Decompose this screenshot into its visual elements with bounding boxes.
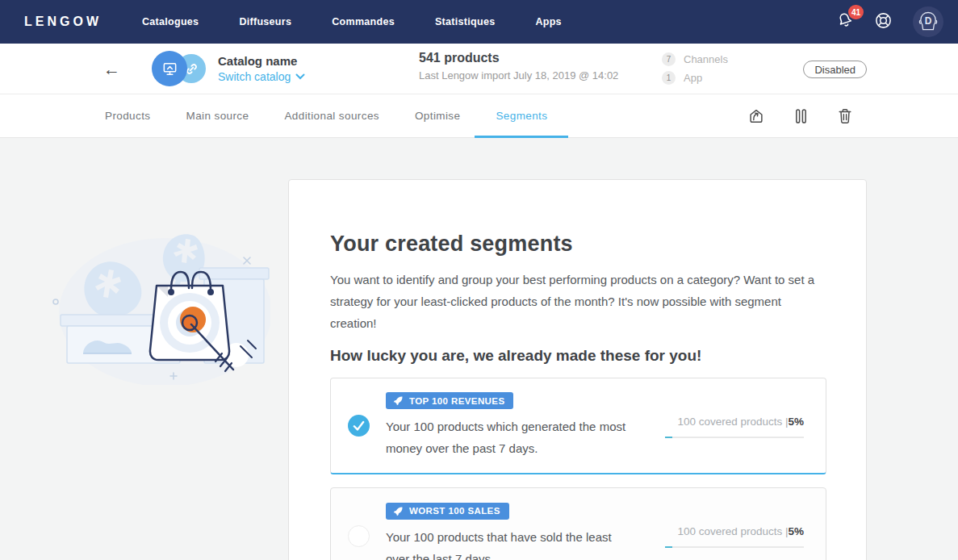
section-subtitle: How lucky you are, we already made these… xyxy=(330,347,866,365)
segment-badge: WORST 100 SALES xyxy=(386,503,509,520)
lengow-logo[interactable]: LENGOW xyxy=(24,15,102,29)
segment-checkbox-unchecked[interactable] xyxy=(348,525,370,547)
status-disabled-button[interactable]: Disabled xyxy=(803,61,867,78)
segment-select-column xyxy=(331,415,386,437)
app-label: App xyxy=(684,72,702,84)
catalog-tab-bar: Products Main source Additional sources … xyxy=(0,94,958,138)
app-count-badge: 1 xyxy=(662,71,676,85)
rocket-icon xyxy=(393,395,404,406)
nav-item-apps[interactable]: Apps xyxy=(535,16,561,27)
channels-stat: 7 Channels xyxy=(662,52,728,66)
segment-select-column xyxy=(331,525,386,547)
catalog-name-block: Catalog name Switch catalog xyxy=(218,54,305,83)
trash-icon xyxy=(837,107,853,125)
check-icon xyxy=(353,420,365,431)
tabs: Products Main source Additional sources … xyxy=(105,94,547,137)
last-import-date: Last Lengow import July 18, 2019 @ 14:02 xyxy=(419,69,618,81)
help-button[interactable] xyxy=(874,11,893,33)
top-navbar: LENGOW Catalogues Diffuseurs Commandes S… xyxy=(0,0,958,44)
notifications-button[interactable]: 41 xyxy=(836,11,854,32)
rocket-icon xyxy=(393,506,404,516)
catalog-stats: 7 Channels 1 App xyxy=(662,52,728,85)
catalog-avatar xyxy=(152,50,207,87)
tab-segments[interactable]: Segments xyxy=(496,94,547,137)
navbar-right: 41 D xyxy=(836,6,950,37)
avatar-initial: D xyxy=(913,15,943,27)
switch-catalog-label: Switch catalog xyxy=(218,70,291,83)
main-menu: Catalogues Diffuseurs Commandes Statisti… xyxy=(142,16,562,27)
segment-description: Your 100 products that have sold the lea… xyxy=(386,526,632,560)
export-icon xyxy=(747,107,765,125)
segment-percent: 5% xyxy=(788,525,804,537)
segment-card-worst-100-sales[interactable]: WORST 100 SALES Your 100 products that h… xyxy=(330,487,826,560)
coverage-progress-bar xyxy=(665,437,804,438)
tab-main-source[interactable]: Main source xyxy=(186,94,249,137)
catalog-header: ← Catalog name Switch catalog 541 xyxy=(0,44,958,94)
product-count: 541 products xyxy=(419,51,618,65)
coverage-progress-fill xyxy=(665,437,672,438)
segment-badge: TOP 100 REVENUES xyxy=(386,392,513,409)
chevron-down-icon xyxy=(295,73,305,80)
user-avatar[interactable]: D xyxy=(913,6,943,37)
segment-stats: 100 covered products |5% xyxy=(638,524,804,548)
segment-badge-label: WORST 100 SALES xyxy=(409,506,500,516)
back-arrow-icon: ← xyxy=(103,60,120,78)
catalog-actions xyxy=(747,94,853,137)
tab-products[interactable]: Products xyxy=(105,94,150,137)
segments-panel: Your created segments You want to identi… xyxy=(288,179,867,560)
channels-label: Channels xyxy=(684,53,728,65)
shopping-target-illustration xyxy=(44,211,270,385)
segment-checkbox-checked[interactable] xyxy=(348,415,370,437)
tab-additional-sources[interactable]: Additional sources xyxy=(284,94,379,137)
nav-item-catalogues[interactable]: Catalogues xyxy=(142,16,199,27)
intro-text: You want to identify and group your best… xyxy=(330,269,824,334)
delete-button[interactable] xyxy=(837,107,853,125)
app-stat: 1 App xyxy=(662,71,728,85)
catalog-badge xyxy=(152,51,187,86)
pause-button[interactable] xyxy=(794,107,808,125)
products-info: 541 products Last Lengow import July 18,… xyxy=(419,51,618,81)
segment-coverage: 100 covered products | xyxy=(677,416,788,428)
lifebuoy-icon xyxy=(874,11,893,33)
segment-body: WORST 100 SALES Your 100 products that h… xyxy=(386,503,638,560)
notification-count-badge: 41 xyxy=(848,5,864,19)
coverage-progress-bar xyxy=(665,546,804,548)
segment-body: TOP 100 REVENUES Your 100 products which… xyxy=(386,392,638,459)
segment-card-top-100-revenues[interactable]: TOP 100 REVENUES Your 100 products which… xyxy=(330,378,826,474)
page-title: Your created segments xyxy=(330,232,866,257)
export-button[interactable] xyxy=(747,107,765,125)
pause-icon xyxy=(794,107,808,125)
main-content: Your created segments You want to identi… xyxy=(0,138,958,560)
segment-coverage: 100 covered products | xyxy=(677,525,788,537)
tab-optimise[interactable]: Optimise xyxy=(415,94,460,137)
segment-stats: 100 covered products |5% xyxy=(638,414,804,438)
monitor-icon xyxy=(161,61,178,77)
segment-percent: 5% xyxy=(788,416,804,428)
nav-item-commandes[interactable]: Commandes xyxy=(332,16,395,27)
nav-item-diffuseurs[interactable]: Diffuseurs xyxy=(239,16,291,27)
segment-description: Your 100 products which generated the mo… xyxy=(386,416,632,459)
coverage-progress-fill xyxy=(665,546,672,548)
nav-item-statistiques[interactable]: Statistiques xyxy=(435,16,495,27)
back-button[interactable]: ← xyxy=(103,61,124,77)
segment-badge-label: TOP 100 REVENUES xyxy=(409,396,504,406)
catalog-name: Catalog name xyxy=(218,54,305,68)
channels-count-badge: 7 xyxy=(662,52,676,66)
switch-catalog-button[interactable]: Switch catalog xyxy=(218,70,305,83)
